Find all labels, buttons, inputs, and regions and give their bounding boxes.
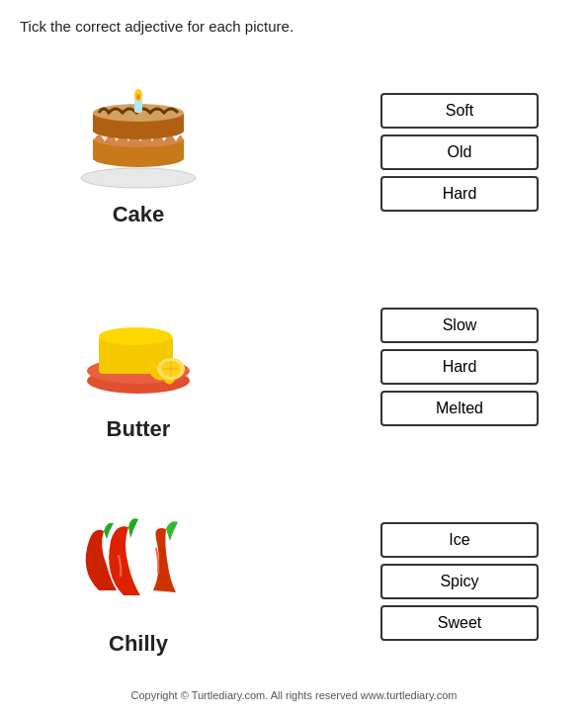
- chilly-option-1[interactable]: Spicy: [380, 564, 539, 599]
- butter-row: Butter Slow Hard Melted: [20, 292, 568, 442]
- butter-label: Butter: [107, 416, 171, 442]
- svg-point-9: [136, 94, 140, 100]
- instruction-text: Tick the correct adjective for each pict…: [20, 18, 568, 35]
- svg-point-13: [99, 327, 172, 345]
- cake-option-0[interactable]: Soft: [380, 93, 539, 129]
- cake-options: Soft Old Hard: [380, 93, 539, 212]
- content-area: Cake Soft Old Hard: [20, 45, 568, 689]
- cake-item: Cake: [49, 77, 227, 227]
- butter-option-1[interactable]: Hard: [380, 349, 539, 385]
- footer-text: Copyright © Turtlediary.com. All rights …: [20, 689, 568, 707]
- cake-image: [69, 77, 208, 196]
- chilly-options: Ice Spicy Sweet: [380, 522, 539, 641]
- butter-options: Slow Hard Melted: [380, 308, 539, 426]
- cake-label: Cake: [113, 202, 165, 227]
- svg-point-0: [81, 168, 196, 188]
- chilly-image: [69, 506, 208, 625]
- cake-row: Cake Soft Old Hard: [20, 77, 568, 227]
- butter-option-0[interactable]: Slow: [380, 308, 539, 343]
- chilly-option-2[interactable]: Sweet: [380, 605, 539, 641]
- butter-image: [69, 292, 208, 410]
- cake-option-1[interactable]: Old: [380, 134, 539, 170]
- butter-option-2[interactable]: Melted: [380, 391, 539, 426]
- chilly-option-0[interactable]: Ice: [380, 522, 539, 558]
- chilly-label: Chilly: [109, 631, 168, 657]
- chilly-row: Chilly Ice Spicy Sweet: [20, 506, 568, 657]
- butter-item: Butter: [49, 292, 227, 442]
- chilly-item: Chilly: [49, 506, 227, 657]
- cake-option-2[interactable]: Hard: [380, 176, 539, 212]
